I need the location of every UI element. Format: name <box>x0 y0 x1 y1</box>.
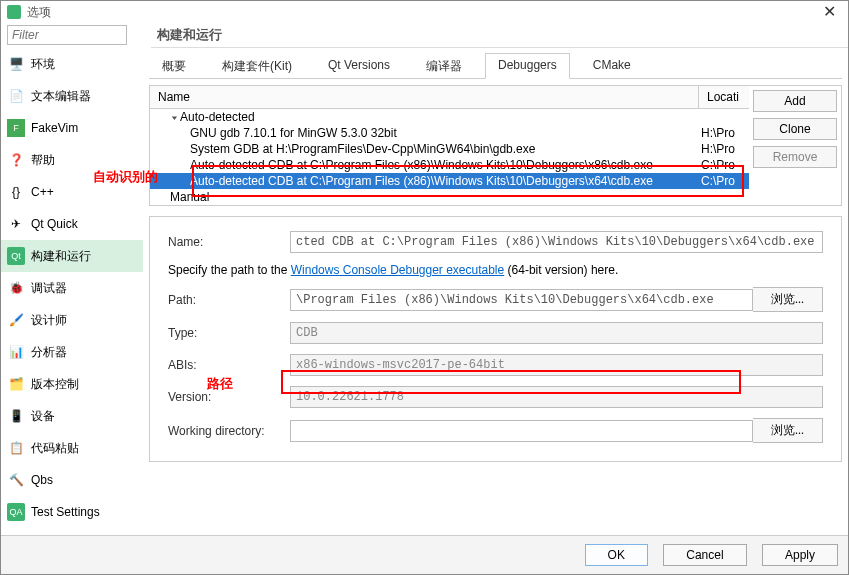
brush-icon: 🖌️ <box>7 311 25 329</box>
sidebar-item-label: Qt Quick <box>31 217 78 231</box>
page-title: 构建和运行 <box>157 26 222 44</box>
sidebar-item-env[interactable]: 🖥️环境 <box>1 48 143 80</box>
tab-compilers[interactable]: 编译器 <box>413 53 475 79</box>
apply-button[interactable]: Apply <box>762 544 838 566</box>
sidebar-item-analyzer[interactable]: 📊分析器 <box>1 336 143 368</box>
sidebar-item-label: 设计师 <box>31 312 67 329</box>
table-row[interactable]: System GDB at H:\ProgramFiles\Dev-Cpp\Mi… <box>150 141 749 157</box>
sidebar-item-label: 调试器 <box>31 280 67 297</box>
ok-button[interactable]: OK <box>585 544 648 566</box>
sidebar-item-vcs[interactable]: 🗂️版本控制 <box>1 368 143 400</box>
close-icon[interactable]: ✕ <box>817 5 842 19</box>
tab-qtversions[interactable]: Qt Versions <box>315 53 403 79</box>
tab-kits[interactable]: 构建套件(Kit) <box>209 53 305 79</box>
sidebar: 🖥️环境 📄文本编辑器 FFakeVim ❓帮助 {}C++ ✈Qt Quick… <box>1 48 143 538</box>
table-row[interactable]: Auto-detected <box>150 109 749 125</box>
cancel-button[interactable]: Cancel <box>663 544 746 566</box>
column-location[interactable]: Locati <box>699 86 749 108</box>
sidebar-item-test[interactable]: QATest Settings <box>1 496 143 528</box>
hint-text: Specify the path to the <box>168 263 291 277</box>
table-row[interactable]: Manual <box>150 189 749 205</box>
table-row[interactable]: Auto-detected CDB at C:\Program Files (x… <box>150 173 749 189</box>
qa-icon: QA <box>7 503 25 521</box>
sidebar-item-designer[interactable]: 🖌️设计师 <box>1 304 143 336</box>
sidebar-item-buildrun[interactable]: Qt构建和运行 <box>1 240 143 272</box>
sidebar-item-debugger[interactable]: 🐞调试器 <box>1 272 143 304</box>
app-icon <box>7 5 21 19</box>
wcde-link[interactable]: Windows Console Debugger executable <box>291 263 504 277</box>
detail-panel: Name: Specify the path to the Windows Co… <box>149 216 842 462</box>
sidebar-item-qtquick[interactable]: ✈Qt Quick <box>1 208 143 240</box>
path-label: Path: <box>168 293 290 307</box>
sidebar-item-label: 分析器 <box>31 344 67 361</box>
abis-label: ABIs: <box>168 358 290 372</box>
add-button[interactable]: Add <box>753 90 837 112</box>
fake-icon: F <box>7 119 25 137</box>
sidebar-item-label: C++ <box>31 185 54 199</box>
tab-overview[interactable]: 概要 <box>149 53 199 79</box>
type-label: Type: <box>168 326 290 340</box>
hint-text: (64-bit version) here. <box>504 263 618 277</box>
sidebar-item-editor[interactable]: 📄文本编辑器 <box>1 80 143 112</box>
sidebar-item-devices[interactable]: 📱设备 <box>1 400 143 432</box>
plane-icon: ✈ <box>7 215 25 233</box>
browse-button[interactable]: 浏览... <box>753 287 823 312</box>
monitor-icon: 🖥️ <box>7 55 25 73</box>
remove-button[interactable]: Remove <box>753 146 837 168</box>
sidebar-item-label: Qbs <box>31 473 53 487</box>
doc-icon: 📄 <box>7 87 25 105</box>
wd-field[interactable] <box>290 420 753 442</box>
sidebar-item-label: 文本编辑器 <box>31 88 91 105</box>
caret-icon[interactable] <box>170 110 180 124</box>
bug-icon: 🐞 <box>7 279 25 297</box>
sidebar-item-fakevim[interactable]: FFakeVim <box>1 112 143 144</box>
window-title: 选项 <box>27 4 51 21</box>
abis-field <box>290 354 823 376</box>
tab-debuggers[interactable]: Debuggers <box>485 53 570 79</box>
sidebar-item-label: Test Settings <box>31 505 100 519</box>
table-row[interactable]: Auto-detected CDB at C:\Program Files (x… <box>150 157 749 173</box>
column-name[interactable]: Name <box>150 86 699 108</box>
folder-icon: 🗂️ <box>7 375 25 393</box>
paste-icon: 📋 <box>7 439 25 457</box>
braces-icon: {} <box>7 183 25 201</box>
version-field <box>290 386 823 408</box>
device-icon: 📱 <box>7 407 25 425</box>
wd-label: Working directory: <box>168 424 290 438</box>
sidebar-item-paste[interactable]: 📋代码粘贴 <box>1 432 143 464</box>
sidebar-item-label: 代码粘贴 <box>31 440 79 457</box>
sidebar-item-label: 帮助 <box>31 152 55 169</box>
tabs: 概要 构建套件(Kit) Qt Versions 编译器 Debuggers C… <box>149 52 842 79</box>
sidebar-item-label: 版本控制 <box>31 376 79 393</box>
sidebar-item-qbs[interactable]: 🔨Qbs <box>1 464 143 496</box>
help-icon: ❓ <box>7 151 25 169</box>
clone-button[interactable]: Clone <box>753 118 837 140</box>
table-row[interactable]: GNU gdb 7.10.1 for MinGW 5.3.0 32bitH:\P… <box>150 125 749 141</box>
sidebar-item-label: 构建和运行 <box>31 248 91 265</box>
sidebar-item-label: 环境 <box>31 56 55 73</box>
filter-input[interactable] <box>7 25 127 45</box>
type-field <box>290 322 823 344</box>
hammer-icon: 🔨 <box>7 471 25 489</box>
name-field[interactable] <box>290 231 823 253</box>
name-label: Name: <box>168 235 290 249</box>
debuggers-tree[interactable]: Name Locati Auto-detected GNU gdb 7.10.1… <box>150 86 749 205</box>
tab-cmake[interactable]: CMake <box>580 53 644 79</box>
annotation-path: 路径 <box>207 375 233 393</box>
annotation-auto: 自动识别的 <box>93 168 158 186</box>
chart-icon: 📊 <box>7 343 25 361</box>
qt-icon: Qt <box>7 247 25 265</box>
sidebar-item-label: FakeVim <box>31 121 78 135</box>
browse-button[interactable]: 浏览... <box>753 418 823 443</box>
path-field[interactable] <box>290 289 753 311</box>
sidebar-item-label: 设备 <box>31 408 55 425</box>
